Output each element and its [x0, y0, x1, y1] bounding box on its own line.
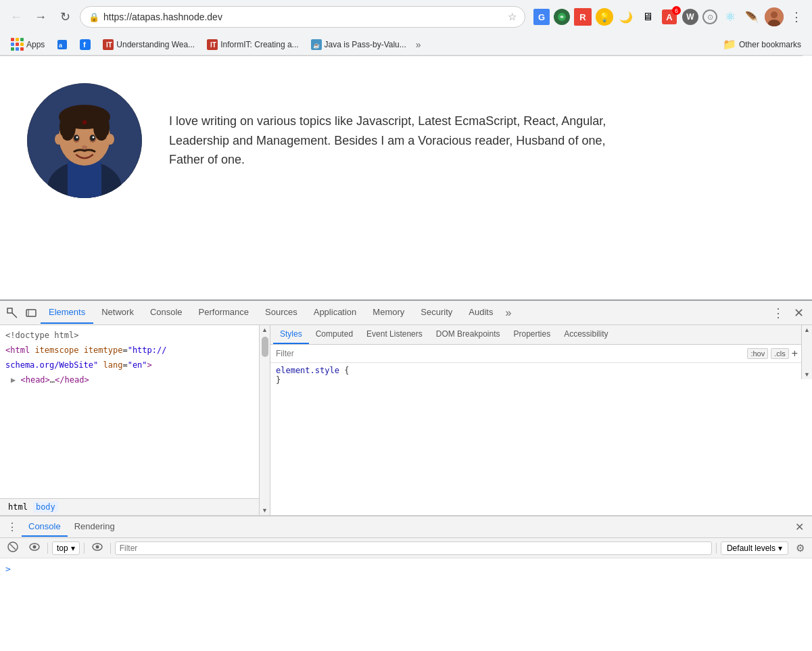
- elements-scroll-up[interactable]: ▲: [260, 325, 269, 335]
- devtools-tab-elements[interactable]: Elements: [41, 302, 93, 324]
- bookmark-informit2[interactable]: IT InformIT: Creating a...: [203, 38, 302, 51]
- console-close-button[interactable]: ✕: [790, 518, 809, 536]
- devtools-tab-application[interactable]: Application: [306, 302, 365, 324]
- bookmark-star-icon[interactable]: ☆: [508, 11, 517, 23]
- styles-tab-accessibility[interactable]: Accessibility: [557, 325, 615, 344]
- styles-css-content: element.style { }: [270, 363, 812, 387]
- extensions-bar: G R 💡 🌙 🖥 A 6 W ⊙ ⚛ 🪶 ⋮: [533, 7, 805, 27]
- breadcrumb-body[interactable]: body: [33, 502, 58, 512]
- user-avatar[interactable]: [765, 7, 784, 26]
- bookmark-java[interactable]: ☕ Java is Pass-by-Valu...: [307, 38, 410, 51]
- console-filter-input[interactable]: [120, 544, 707, 553]
- elements-scroll-down[interactable]: ▼: [260, 506, 269, 515]
- devtools-inspect-button[interactable]: [3, 305, 22, 321]
- eye-icon: [29, 541, 40, 552]
- console-eye-button[interactable]: [26, 539, 43, 556]
- devtools-close-button[interactable]: ✕: [788, 303, 809, 323]
- console-context-selector[interactable]: top ▾: [52, 541, 80, 555]
- devtools-tab-network[interactable]: Network: [93, 302, 142, 324]
- cls-button[interactable]: .cls: [771, 348, 789, 359]
- elements-tree[interactable]: <!doctype html> <html itemscope itemtype…: [0, 325, 270, 498]
- ext-3-icon[interactable]: R: [574, 8, 592, 26]
- html-line-html[interactable]: <html itemscope itemtype="http://: [0, 343, 270, 358]
- console-settings-button[interactable]: ⚙: [792, 540, 808, 556]
- ext-2-icon[interactable]: [554, 9, 570, 25]
- svg-point-26: [76, 137, 78, 139]
- forward-button[interactable]: →: [31, 7, 50, 26]
- avatar-image: [27, 83, 142, 198]
- styles-panel: Styles Computed Event Listeners DOM Brea…: [270, 325, 812, 515]
- styles-filter-input[interactable]: [276, 349, 744, 358]
- breadcrumb-html[interactable]: html: [5, 502, 30, 512]
- html-line-doctype: <!doctype html>: [0, 328, 270, 343]
- console-tab-rendering[interactable]: Rendering: [68, 517, 122, 537]
- styles-scroll-up2[interactable]: ▲: [803, 325, 811, 335]
- svg-point-30: [106, 134, 114, 145]
- styles-tab-computed[interactable]: Computed: [309, 325, 360, 344]
- ext-react-icon[interactable]: ⚛: [721, 8, 739, 26]
- html-line-head[interactable]: ▶ <head>…</head>: [0, 372, 270, 387]
- toolbar-separator: [47, 543, 48, 554]
- reload-button[interactable]: ↻: [55, 7, 74, 26]
- facebook-icon: f: [80, 39, 91, 50]
- more-bookmarks-button[interactable]: »: [416, 39, 421, 50]
- styles-tab-event-listeners[interactable]: Event Listeners: [360, 325, 429, 344]
- console-prompt-line[interactable]: >: [5, 561, 807, 577]
- console-drag-icon[interactable]: ⋮: [3, 519, 22, 535]
- console-eye2-button[interactable]: [89, 539, 106, 556]
- styles-sub-tabs: Styles Computed Event Listeners DOM Brea…: [270, 325, 812, 345]
- profile-section: I love writing on various topics like Ja…: [27, 70, 785, 212]
- svg-rect-17: [68, 161, 101, 198]
- devtools-device-button[interactable]: [22, 305, 41, 321]
- chrome-menu-button[interactable]: ⋮: [788, 7, 805, 27]
- other-bookmarks-label: Other bookmarks: [739, 40, 801, 49]
- bookmark-facebook[interactable]: f: [76, 38, 95, 51]
- console-clear-button[interactable]: [4, 539, 22, 556]
- informit2-icon: IT: [207, 39, 218, 50]
- elements-scrollbar[interactable]: ▲ ▼: [259, 325, 270, 515]
- context-label: top: [57, 544, 68, 553]
- styles-scroll-down2[interactable]: ▼: [803, 370, 811, 379]
- context-dropdown-arrow: ▾: [71, 544, 75, 553]
- ext-w-icon[interactable]: W: [682, 9, 698, 25]
- devtools-tab-memory[interactable]: Memory: [364, 302, 412, 324]
- console-tabs-row: ⋮ Console Rendering ✕: [0, 516, 812, 538]
- ext-monitor-icon[interactable]: 🖥: [639, 8, 656, 26]
- console-filter-bar[interactable]: [115, 541, 712, 555]
- ext-feather-icon[interactable]: 🪶: [743, 8, 761, 26]
- styles-tab-dom-breakpoints[interactable]: DOM Breakpoints: [429, 325, 507, 344]
- devtools-tab-sources[interactable]: Sources: [257, 302, 306, 324]
- ext-4-icon[interactable]: 💡: [596, 8, 613, 26]
- console-tab-console[interactable]: Console: [22, 517, 68, 537]
- devtools-tab-console[interactable]: Console: [142, 302, 191, 324]
- styles-filter-bar: :hov .cls + ▲: [270, 345, 812, 363]
- bookmark-informit[interactable]: IT Understanding Wea...: [99, 38, 199, 51]
- address-bar[interactable]: 🔒 https://atapas.hashnode.dev ☆: [80, 6, 525, 28]
- console-output: >: [0, 558, 812, 651]
- styles-scrollbar[interactable]: ▲ ▼: [801, 325, 812, 379]
- elements-scroll-thumb[interactable]: [262, 337, 268, 357]
- eye2-icon: [92, 541, 103, 552]
- devtools-tab-performance[interactable]: Performance: [191, 302, 257, 324]
- devtools-more-tabs-button[interactable]: »: [501, 304, 515, 322]
- ext-moon-icon[interactable]: 🌙: [617, 8, 635, 26]
- ext-a-badge-icon[interactable]: A 6: [661, 8, 678, 26]
- other-bookmarks-folder[interactable]: 📁 Other bookmarks: [719, 37, 805, 52]
- devtools-tabs-row: Elements Network Console Performance Sou…: [0, 301, 812, 325]
- console-levels-selector[interactable]: Default levels ▾: [721, 541, 788, 555]
- toolbar-separator-3: [110, 543, 111, 554]
- ext-google-icon[interactable]: G: [533, 9, 550, 25]
- devtools-tab-security[interactable]: Security: [412, 302, 460, 324]
- styles-tab-styles[interactable]: Styles: [273, 325, 309, 344]
- ext-record-icon[interactable]: ⊙: [702, 9, 717, 24]
- bookmark-autocorrect-icon[interactable]: a: [53, 38, 72, 51]
- back-button[interactable]: ←: [7, 7, 26, 26]
- svg-line-37: [10, 544, 16, 550]
- hov-button[interactable]: :hov: [747, 348, 768, 359]
- bookmark-2-icon: a: [57, 39, 68, 50]
- styles-tab-properties[interactable]: Properties: [506, 325, 557, 344]
- add-style-rule-button[interactable]: +: [792, 347, 798, 360]
- devtools-tab-audits[interactable]: Audits: [460, 302, 501, 324]
- apps-bookmark[interactable]: Apps: [7, 37, 49, 52]
- devtools-options-button[interactable]: ⋮: [768, 303, 788, 323]
